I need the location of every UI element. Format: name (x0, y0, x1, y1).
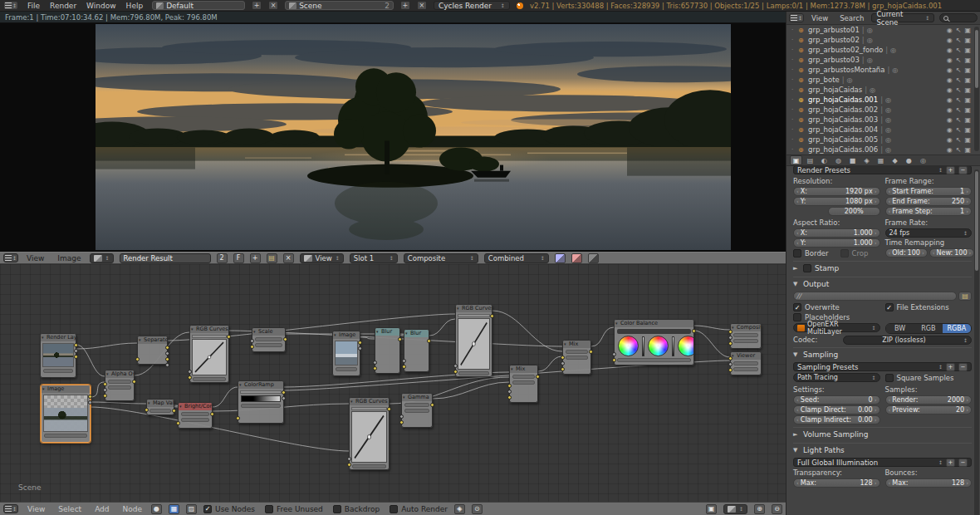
visibility-eye-icon[interactable]: ◉ (947, 106, 953, 114)
node-field[interactable] (404, 409, 429, 413)
input-socket[interactable] (373, 360, 377, 365)
frame-rate-select[interactable]: 24 fps↕ (885, 228, 973, 238)
remove-preset-button[interactable]: − (958, 166, 968, 174)
renderable-camera-icon[interactable]: ▣ (964, 96, 971, 104)
visibility-eye-icon[interactable]: ◉ (947, 126, 953, 134)
outliner-search-input[interactable] (939, 13, 978, 22)
output-socket[interactable] (490, 314, 494, 318)
integrator-select[interactable]: Path Tracing↕ (793, 373, 880, 382)
node-blur-2[interactable]: Blur (404, 329, 429, 372)
add-scene-button[interactable]: + (400, 1, 410, 10)
node-header[interactable]: Composite (731, 324, 761, 331)
node-field[interactable] (733, 367, 758, 371)
node-header[interactable]: Separate RGBA (138, 336, 167, 344)
time-remap-old-field[interactable]: ‹Old:100› (885, 248, 928, 258)
renderable-camera-icon[interactable]: ▣ (964, 116, 971, 124)
node-color-ramp[interactable]: ColorRamp (238, 380, 284, 424)
expand-icon[interactable]: · (791, 37, 796, 43)
add-sampling-preset-button[interactable]: + (946, 363, 955, 371)
outliner-row[interactable]: ·⊕grp_arbusto02_fondo|◎◉↖▣ (786, 45, 980, 55)
fake-user-button[interactable]: F (233, 253, 244, 263)
node-color-balance[interactable]: Color Balance (614, 319, 694, 365)
node-field[interactable] (512, 375, 535, 379)
curve-widget[interactable] (458, 318, 490, 370)
color-wheel[interactable] (678, 336, 693, 356)
render-presets-select[interactable]: Render Presets ↕ + − (793, 166, 972, 174)
node-field[interactable] (241, 404, 281, 408)
color-ramp-gradient[interactable] (241, 395, 281, 402)
stamp-panel-header[interactable]: ►Stamp (793, 261, 972, 274)
input-socket[interactable] (507, 395, 512, 400)
node-field[interactable] (193, 377, 226, 381)
menu-top-window[interactable]: Window (84, 2, 119, 10)
file-extensions-checkbox[interactable]: ✓ (885, 303, 894, 311)
node-header[interactable]: ColorRamp (238, 381, 283, 389)
node-header[interactable]: Image (333, 331, 360, 339)
input-socket[interactable] (188, 370, 192, 374)
node-field[interactable] (733, 339, 758, 343)
properties-scrollbar[interactable] (974, 169, 979, 515)
renderable-camera-icon[interactable]: ▣ (964, 86, 971, 94)
input-socket[interactable] (399, 420, 404, 424)
copy-node-icon[interactable]: ▣ (706, 504, 717, 514)
wheel-value-slider[interactable] (672, 336, 674, 356)
remove-light-preset-button[interactable]: − (958, 459, 968, 467)
unlink-image-button[interactable]: × (283, 253, 294, 263)
node-field[interactable] (458, 371, 489, 375)
renderable-camera-icon[interactable]: ▣ (964, 37, 971, 44)
node-header[interactable]: Render Layers (41, 334, 76, 341)
node-header[interactable]: Image (42, 385, 90, 393)
draw-channels-color-alpha-icon[interactable] (555, 253, 566, 263)
input-socket[interactable] (612, 358, 616, 362)
color-wheel[interactable] (648, 336, 669, 356)
checkbox[interactable]: ✓ (203, 505, 212, 513)
color-wheel[interactable] (618, 336, 639, 356)
menu-outl-search[interactable]: Search (837, 14, 866, 22)
preview-samples-field[interactable]: ‹Preview:20› (885, 405, 973, 414)
input-socket[interactable] (188, 375, 192, 380)
visibility-eye-icon[interactable]: ◉ (947, 27, 953, 34)
time-remap-new-field[interactable]: ‹New:100› (929, 248, 975, 258)
editor-type-button-outliner[interactable]: ↕ (789, 13, 804, 22)
input-socket[interactable] (176, 421, 180, 425)
wheel-value-slider[interactable] (642, 336, 644, 356)
selectable-cursor-icon[interactable]: ↖ (956, 136, 962, 144)
frame-step-field[interactable]: ‹Frame Step:1› (885, 207, 973, 216)
menu-top-file[interactable]: File (25, 2, 42, 10)
input-socket[interactable] (145, 408, 149, 412)
render-samples-field[interactable]: ‹Render:2000› (885, 395, 973, 405)
slot-select[interactable]: Slot 1↕ (350, 253, 398, 263)
output-socket[interactable] (74, 355, 78, 359)
input-socket[interactable] (728, 356, 733, 360)
remove-sampling-preset-button[interactable]: − (958, 363, 968, 371)
output-socket[interactable] (165, 351, 169, 356)
input-socket[interactable] (507, 390, 512, 394)
input-socket[interactable] (402, 365, 406, 369)
image-editor-viewport[interactable] (0, 23, 786, 252)
view-mode-select[interactable]: View↕ (300, 253, 344, 263)
light-paths-panel-header[interactable]: ▼Light Paths (793, 443, 972, 456)
input-socket[interactable] (453, 364, 458, 368)
clamp-direct-field[interactable]: ‹Clamp Direct:0.00› (793, 405, 880, 414)
node-rgb-curves-1[interactable]: RGB Curves (189, 325, 229, 383)
editor-type-button-image[interactable]: ↕ (3, 253, 18, 262)
node-alpha-over[interactable]: Alpha Over (105, 370, 135, 401)
node-field[interactable] (617, 358, 691, 362)
placeholders-checkbox[interactable] (793, 313, 801, 321)
expand-icon[interactable]: · (791, 86, 796, 93)
toggle-free-unused[interactable]: Free Unused (265, 505, 323, 513)
resolution-percent-field[interactable]: 200% (828, 207, 880, 216)
outliner-scrollbar[interactable] (974, 27, 979, 151)
node-header[interactable]: RGB Curves (350, 398, 389, 405)
outliner-row[interactable]: ·⊕grp_hojaCaidas.005|◎◉↖▣ (786, 135, 980, 145)
selectable-cursor-icon[interactable]: ↖ (956, 106, 962, 114)
screen-layout-selector[interactable]: Default (152, 1, 245, 10)
node-field[interactable] (108, 385, 131, 390)
renderable-camera-icon[interactable]: ▣ (964, 106, 971, 114)
outliner-row[interactable]: ·⊕grp_hojaCaidas.001|◎◉↖▣ (786, 95, 980, 105)
outliner-row[interactable]: ·⊕grp_hojaCaidas.002|◎◉↖▣ (786, 105, 980, 115)
input-socket[interactable] (612, 352, 616, 356)
output-socket[interactable] (358, 341, 362, 345)
node-field[interactable] (352, 464, 386, 468)
color-mode-bw-button[interactable]: BW (886, 324, 914, 333)
